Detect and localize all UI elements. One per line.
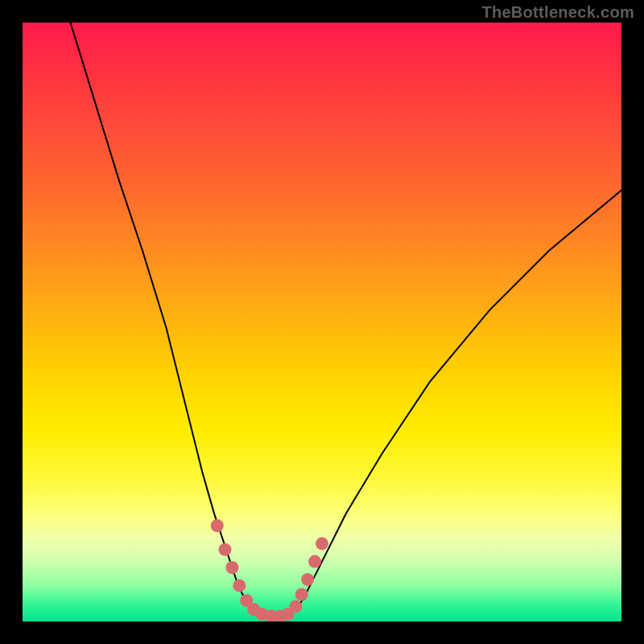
valley-markers [211,519,328,621]
valley-marker-dot [308,555,321,568]
curve-left-branch [71,23,262,616]
chart-svg [23,23,621,621]
stage: TheBottleneck.com [0,0,644,644]
curve-group [71,23,622,617]
watermark-text: TheBottleneck.com [481,3,634,22]
valley-marker-dot [301,573,314,586]
valley-marker-dot [211,519,224,532]
valley-marker-dot [233,579,246,592]
valley-marker-dot [289,600,302,613]
valley-marker-dot [225,561,238,574]
valley-marker-dot [295,588,308,601]
curve-right-branch [286,190,621,615]
valley-marker-dot [316,537,328,550]
valley-marker-dot [219,543,232,556]
chart-gradient-area [23,23,621,621]
